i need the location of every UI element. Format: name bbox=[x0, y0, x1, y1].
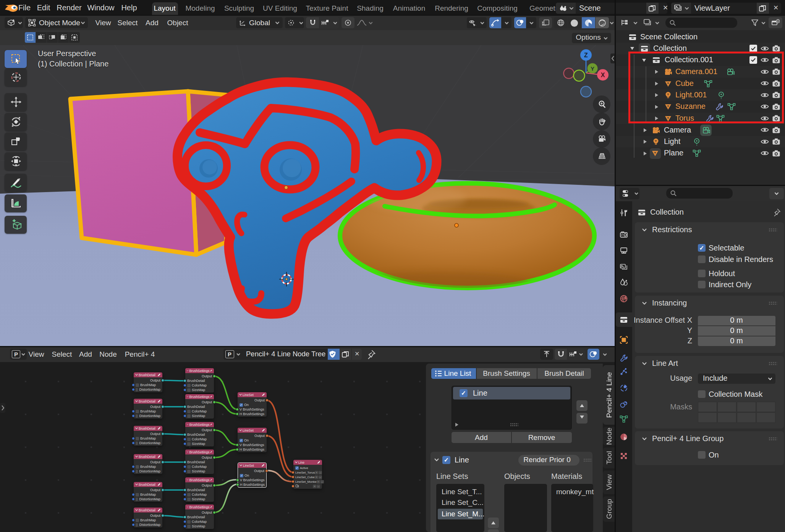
svg-text:X: X bbox=[601, 72, 605, 78]
svg-text:Y: Y bbox=[591, 65, 594, 72]
svg-text:Z: Z bbox=[584, 52, 588, 58]
